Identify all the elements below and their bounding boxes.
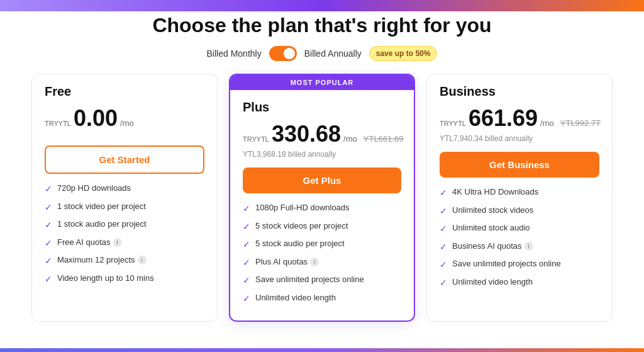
check-icon: ✓ [243,221,250,234]
plan-card-business: Business TRYYTL 661.69 /mo YTL992.7T YTL… [426,74,613,322]
feature-text: 4K Ultra HD Downloads [452,186,538,198]
original-price: YTL661.69 [364,134,404,144]
page-title: Choose the plan that's right for you [0,14,644,37]
price-mo: /mo [343,134,357,144]
feature-text: Video length up to 10 mins [57,273,154,284]
feature-item: ✓ Save unlimited projects online [243,274,401,287]
plan-name-free: Free [45,84,204,99]
feature-text: 1 stock audio per project [57,219,147,230]
feature-text: 1080p Full-HD downloads [255,202,350,213]
features-list-business: ✓ 4K Ultra HD Downloads ✓ Unlimited stoc… [440,186,599,290]
check-icon: ✓ [440,259,447,271]
feature-item: ✓ Maximum 12 projectsi [45,254,204,268]
features-list-free: ✓ 720p HD downloads ✓ 1 stock video per … [45,183,204,286]
feature-item: ✓ 720p HD downloads [45,183,204,196]
feature-item: ✓ Unlimited stock audio [440,222,599,236]
info-icon: i [525,242,533,251]
feature-text: Save unlimited projects online [452,258,561,270]
top-decorative-bar [0,0,644,11]
feature-text: 1 stock video per project [57,201,146,212]
price-prefix: TRYYTL [45,120,71,127]
price-prefix: TRYYTL [440,120,466,127]
feature-item: ✓ Plus AI quotasi [243,256,401,270]
bottom-decorative-bar [0,348,644,352]
feature-item: ✓ 1080p Full-HD downloads [243,202,401,215]
check-icon: ✓ [243,239,250,251]
feature-text: Unlimited stock audio [452,222,530,234]
billing-monthly-label: Billed Monthly [207,48,262,59]
check-icon: ✓ [45,183,52,196]
plan-button-plus[interactable]: Get Plus [243,167,401,193]
check-icon: ✓ [440,187,447,200]
plan-card-plus: MOST POPULAR Plus TRYYTL 330.68 /mo YTL6… [229,74,415,322]
plan-button-business[interactable]: Get Business [440,152,599,178]
check-icon: ✓ [243,293,250,305]
plan-body-business: Business TRYYTL 661.69 /mo YTL992.7T YTL… [427,74,612,290]
feature-text: Business AI quotasi [452,241,533,252]
feature-text: Plus AI quotasi [255,256,319,268]
page-wrapper: Choose the plan that's right for you Bil… [0,0,644,352]
billing-toggle-row: Billed Monthly Billed Annually save up t… [0,46,644,61]
check-icon: ✓ [440,205,447,218]
check-icon: ✓ [45,255,52,268]
info-icon: i [310,258,319,266]
check-icon: ✓ [45,202,52,214]
check-icon: ✓ [45,273,52,286]
feature-text: 720p HD downloads [57,183,131,194]
price-amount: 661.69 [469,105,538,132]
plan-button-free[interactable]: Get Started [45,145,204,174]
billing-annually-label: Billed Annually [304,48,362,59]
feature-text: Unlimited video length [452,276,533,288]
price-prefix: TRYYTL [243,135,269,143]
price-amount: 0.00 [74,105,118,132]
feature-item: ✓ 4K Ultra HD Downloads [440,186,599,200]
check-icon: ✓ [45,219,52,232]
feature-item: ✓ Video length up to 10 mins [45,273,204,286]
features-list-plus: ✓ 1080p Full-HD downloads ✓ 5 stock vide… [243,202,401,305]
feature-text: Maximum 12 projectsi [57,254,147,266]
feature-item: ✓ Save unlimited projects online [440,258,599,271]
check-icon: ✓ [243,257,250,270]
feature-text: Unlimited stock videos [452,205,533,216]
billed-info: YTL3,968.18 billed annually [243,150,401,159]
price-mo: /mo [120,118,134,128]
check-icon: ✓ [45,237,52,250]
feature-item: ✓ 5 stock videos per project [243,220,401,234]
plans-container: Free TRYYTL 0.00 /mo Get Started ✓ 720p … [0,74,644,322]
plan-name-business: Business [440,84,599,99]
price-row-business: TRYYTL 661.69 /mo YTL992.7T [440,105,599,132]
save-badge: save up to 50% [369,46,438,61]
plan-body-free: Free TRYYTL 0.00 /mo Get Started ✓ 720p … [32,74,217,286]
feature-item: ✓ 1 stock video per project [45,201,204,214]
billing-toggle[interactable] [269,46,297,61]
check-icon: ✓ [440,277,447,290]
feature-text: Save unlimited projects online [255,274,364,285]
check-icon: ✓ [440,223,447,236]
feature-item: ✓ 1 stock audio per project [45,219,204,232]
billed-info: YTL7,940.34 billed annually [440,134,599,143]
feature-text: 5 stock videos per project [255,220,348,232]
info-icon: i [138,256,147,264]
feature-item: ✓ Unlimited video length [440,276,599,290]
check-icon: ✓ [440,241,447,254]
original-price: YTL992.7T [560,118,601,128]
price-amount: 330.68 [272,121,341,147]
feature-item: ✓ Unlimited stock videos [440,205,599,218]
info-icon: i [113,238,122,247]
price-mo: /mo [540,118,554,128]
feature-text: 5 stock audio per project [255,238,345,249]
check-icon: ✓ [243,203,250,215]
feature-text: Free AI quotasi [57,237,122,248]
feature-item: ✓ 5 stock audio per project [243,238,401,251]
feature-item: ✓ Unlimited video length [243,292,401,305]
check-icon: ✓ [243,275,250,287]
plan-card-free: Free TRYYTL 0.00 /mo Get Started ✓ 720p … [31,74,218,322]
plan-name-plus: Plus [243,100,401,115]
price-row-free: TRYYTL 0.00 /mo [45,105,204,132]
plan-body-plus: Plus TRYYTL 330.68 /mo YTL661.69 YTL3,96… [230,90,414,305]
feature-item: ✓ Business AI quotasi [440,241,599,254]
price-row-plus: TRYYTL 330.68 /mo YTL661.69 [243,121,401,147]
feature-item: ✓ Free AI quotasi [45,237,204,250]
popular-badge: MOST POPULAR [230,75,414,90]
feature-text: Unlimited video length [255,292,336,304]
